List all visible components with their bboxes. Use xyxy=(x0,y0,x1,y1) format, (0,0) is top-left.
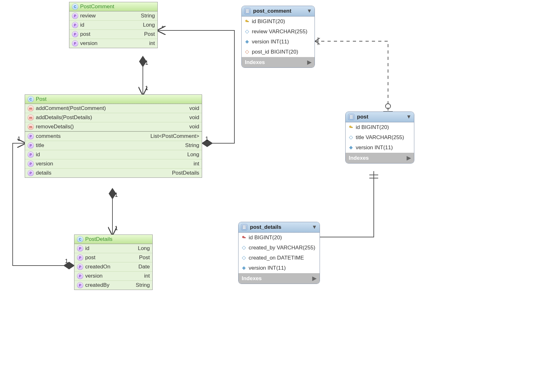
prop-icon: P xyxy=(72,13,78,19)
method-icon: m xyxy=(28,114,34,121)
prop-type: String xyxy=(136,282,150,288)
column-text: id BIGINT(20) xyxy=(356,124,389,131)
table-title: post_comment xyxy=(253,8,291,14)
table-post-details: post_details ▼ id BIGINT(20) created_by … xyxy=(238,222,320,284)
collapse-icon: ▼ xyxy=(312,224,317,230)
prop-row: Pversionint xyxy=(25,159,202,168)
prop-name: review xyxy=(80,13,96,19)
mult-one-a: 1 xyxy=(205,136,208,142)
prop-type: int xyxy=(149,40,155,47)
table-body: id BIGINT(20) created_by VARCHAR(255) cr… xyxy=(239,233,320,273)
column-icon xyxy=(245,40,249,44)
prop-row: Pversionint xyxy=(69,39,157,48)
svg-rect-17 xyxy=(351,127,353,128)
svg-rect-26 xyxy=(242,256,245,260)
class-title: PostComment xyxy=(80,3,114,10)
prop-name: title xyxy=(36,142,44,149)
class-body: PidLong PpostPost PcreatedOnDate Pversio… xyxy=(74,244,152,290)
prop-icon: P xyxy=(77,273,83,279)
prop-type: Long xyxy=(187,151,199,158)
prop-icon: P xyxy=(28,142,34,149)
prop-row: PidLong xyxy=(69,20,157,29)
method-type: void xyxy=(189,105,199,112)
prop-type: String xyxy=(185,142,199,149)
prop-name: version xyxy=(80,40,98,47)
prop-icon: P xyxy=(72,40,78,47)
prop-name: id xyxy=(36,151,40,158)
table-title: post_details xyxy=(250,224,281,230)
column-row: version INT(11) xyxy=(242,37,315,47)
prop-icon: P xyxy=(77,282,83,288)
column-text: id BIGINT(20) xyxy=(249,235,282,241)
class-body: PreviewString PidLong PpostPost Pversion… xyxy=(69,11,157,48)
prop-icon: P xyxy=(72,22,78,28)
column-icon xyxy=(349,145,353,150)
prop-name: details xyxy=(36,170,51,176)
prop-type: String xyxy=(141,13,155,19)
class-body: maddComment(PostComment)void maddDetails… xyxy=(25,104,202,177)
pk-icon xyxy=(242,235,246,240)
svg-rect-13 xyxy=(349,115,353,119)
svg-rect-25 xyxy=(242,246,245,249)
prop-row: PpostPost xyxy=(69,29,157,39)
pk-icon xyxy=(349,125,353,130)
prop-row: PcreatedByString xyxy=(74,280,152,290)
expand-icon: ▶ xyxy=(312,275,316,282)
prop-row: PdetailsPostDetails xyxy=(25,168,202,177)
prop-type: int xyxy=(144,273,150,279)
prop-row: PcommentsList<PostComment> xyxy=(25,132,202,141)
prop-type: Post xyxy=(144,31,155,37)
prop-type: Long xyxy=(138,245,150,252)
svg-rect-10 xyxy=(245,30,249,33)
table-body: id BIGINT(20) review VARCHAR(255) versio… xyxy=(242,16,315,57)
column-text: review VARCHAR(255) xyxy=(252,29,307,35)
table-post-comment: post_comment ▼ id BIGINT(20) review VARC… xyxy=(241,6,315,68)
prop-name: comments xyxy=(36,133,60,139)
column-row: version INT(11) xyxy=(239,263,320,273)
mult-one-b: 1 xyxy=(145,60,148,66)
prop-name: post xyxy=(85,254,95,261)
class-head: C PostComment xyxy=(69,2,157,11)
svg-rect-5 xyxy=(245,9,249,13)
prop-name: version xyxy=(85,273,103,279)
class-postcomment: C PostComment PreviewString PidLong Ppos… xyxy=(69,2,158,48)
column-text: title VARCHAR(255) xyxy=(356,134,404,141)
column-text: version INT(11) xyxy=(249,265,286,271)
column-row: review VARCHAR(255) xyxy=(242,27,315,37)
prop-name: version xyxy=(36,161,53,167)
svg-rect-9 xyxy=(247,21,249,22)
prop-name: createdOn xyxy=(85,264,110,270)
class-icon: C xyxy=(72,3,78,10)
svg-rect-12 xyxy=(245,50,249,54)
column-text: created_on DATETIME xyxy=(249,255,304,261)
table-icon xyxy=(244,8,251,14)
method-row: mremoveDetails()void xyxy=(25,122,202,131)
table-post: post ▼ id BIGINT(20) title VARCHAR(255) … xyxy=(345,112,414,164)
method-type: void xyxy=(189,114,199,121)
svg-rect-27 xyxy=(242,266,245,270)
column-row: id BIGINT(20) xyxy=(239,233,320,243)
column-row: id BIGINT(20) xyxy=(346,122,414,132)
prop-name: id xyxy=(80,22,84,28)
svg-rect-20 xyxy=(242,225,246,229)
method-name: removeDetails() xyxy=(36,124,74,130)
svg-point-0 xyxy=(385,104,391,109)
class-head: C PostDetails xyxy=(74,235,152,244)
column-text: version INT(11) xyxy=(252,39,289,45)
prop-row: Pversionint xyxy=(74,271,152,280)
column-row: created_on DATETIME xyxy=(239,253,320,263)
column-icon xyxy=(242,246,246,250)
class-icon: C xyxy=(28,96,34,102)
column-icon xyxy=(349,135,353,140)
footer-text: Indexes xyxy=(245,59,265,66)
prop-icon: P xyxy=(72,31,78,37)
table-head: post_comment ▼ xyxy=(242,6,315,16)
table-icon xyxy=(241,224,247,230)
prop-icon: P xyxy=(77,264,83,270)
mult-one-e: 1 xyxy=(115,225,118,232)
class-title: PostDetails xyxy=(85,236,112,242)
svg-rect-24 xyxy=(244,237,245,238)
prop-icon: P xyxy=(28,161,34,167)
column-row: id BIGINT(20) xyxy=(242,16,315,27)
mult-one-f: 1 xyxy=(65,258,68,265)
